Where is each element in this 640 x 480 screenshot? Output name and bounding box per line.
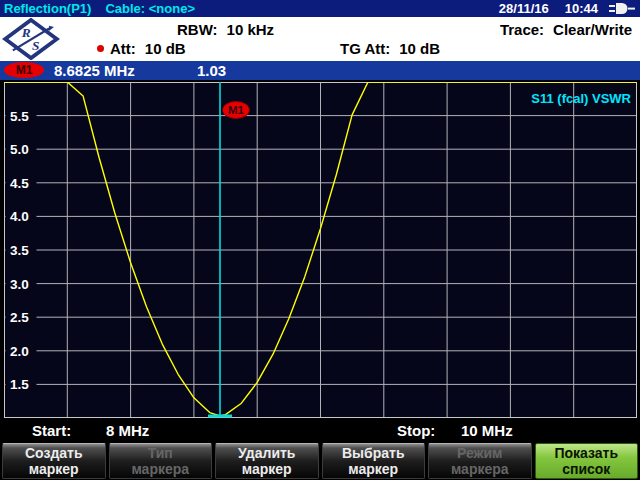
time-text: 10:44 bbox=[565, 1, 598, 16]
marker-value-readout: 1.03 bbox=[197, 61, 226, 80]
measurement-title: Reflection(P1) bbox=[4, 1, 91, 16]
ytick-label: 4.5 bbox=[10, 176, 29, 191]
ytick-label: 2.0 bbox=[10, 344, 29, 359]
tg-att-value: 10 dB bbox=[399, 40, 440, 57]
stop-value: 10 MHz bbox=[461, 420, 513, 442]
tg-att-label: TG Att: bbox=[340, 40, 390, 57]
ytick-label: 5.5 bbox=[10, 109, 29, 124]
softkey-show-list[interactable]: Показатьсписок bbox=[535, 443, 639, 479]
ytick-label: 3.5 bbox=[10, 243, 29, 258]
settings-header: R S RBW: 10 kHz Trace: Clear/Write Att: … bbox=[0, 17, 640, 61]
att-status-dot-icon bbox=[97, 45, 104, 52]
rbw-label: RBW: bbox=[177, 21, 218, 38]
trace-title: S11 (fcal) VSWR bbox=[531, 91, 631, 106]
ytick-label: 3.0 bbox=[10, 277, 29, 292]
instrument-screen: Reflection(P1)Cable: <none> 28/11/16 10:… bbox=[0, 0, 640, 480]
date-text: 28/11/16 bbox=[499, 1, 549, 16]
start-value: 8 MHz bbox=[106, 420, 149, 442]
att-readout: Att: 10 dB bbox=[97, 40, 186, 57]
ytick-label: 1.5 bbox=[10, 377, 29, 392]
trace-value: Clear/Write bbox=[553, 21, 632, 38]
att-label: Att: bbox=[110, 40, 136, 57]
rohde-schwarz-logo: R S bbox=[2, 18, 60, 60]
frequency-range-bar: Start: 8 MHz Stop: 10 MHz bbox=[0, 420, 640, 443]
marker-m1-flag-label: M1 bbox=[228, 104, 245, 116]
ac-power-plug-icon bbox=[608, 2, 636, 15]
trace-label: Trace: bbox=[500, 21, 544, 38]
softkey-select-marker[interactable]: Выбратьмаркер bbox=[322, 443, 426, 479]
trace-display: M15.55.04.54.03.53.02.52.01.5S11 (fcal) … bbox=[4, 82, 637, 418]
vswr-chart: M15.55.04.54.03.53.02.52.01.5S11 (fcal) … bbox=[4, 82, 637, 418]
marker-readout-bar: M1 8.6825 MHz 1.03 bbox=[0, 61, 640, 80]
svg-text:R: R bbox=[21, 25, 31, 40]
rbw-readout: RBW: 10 kHz bbox=[177, 21, 274, 38]
measurement-header: Reflection(P1)Cable: <none> bbox=[4, 1, 209, 16]
start-label: Start: bbox=[32, 420, 71, 442]
title-bar: Reflection(P1)Cable: <none> 28/11/16 10:… bbox=[0, 0, 640, 17]
svg-text:S: S bbox=[32, 38, 39, 53]
marker-m1-badge: M1 bbox=[4, 62, 44, 78]
trace-readout: Trace: Clear/Write bbox=[500, 21, 632, 38]
att-value: 10 dB bbox=[145, 40, 186, 57]
stop-label: Stop: bbox=[397, 420, 435, 442]
tg-att-readout: TG Att: 10 dB bbox=[340, 40, 440, 57]
ytick-label: 5.0 bbox=[10, 142, 29, 157]
ytick-label: 2.5 bbox=[10, 310, 29, 325]
rbw-value: 10 kHz bbox=[227, 21, 275, 38]
softkey-marker-type: Типмаркера bbox=[109, 443, 213, 479]
softkey-bar: СоздатьмаркерТипмаркераУдалитьмаркерВыбр… bbox=[0, 443, 640, 479]
marker-frequency-readout: 8.6825 MHz bbox=[54, 61, 135, 80]
cable-label: Cable: <none> bbox=[105, 1, 195, 16]
softkey-delete-marker[interactable]: Удалитьмаркер bbox=[215, 443, 319, 479]
ytick-label: 4.0 bbox=[10, 209, 29, 224]
softkey-new-marker[interactable]: Создатьмаркер bbox=[2, 443, 106, 479]
datetime-area: 28/11/16 10:44 bbox=[499, 1, 636, 16]
softkey-marker-mode: Режиммаркера bbox=[428, 443, 532, 479]
